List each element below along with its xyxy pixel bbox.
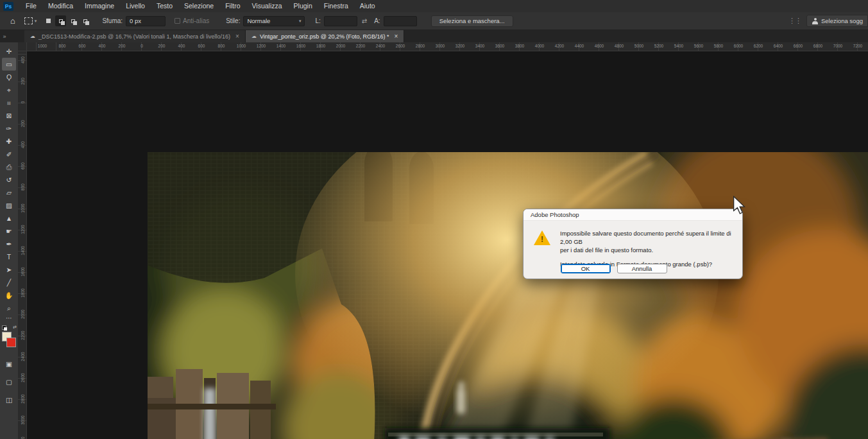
menu-file[interactable]: File [20,0,42,12]
photoshop-logo: Ps [3,2,13,11]
tab-close-icon[interactable]: × [235,33,239,40]
ruler-label: 3000 [21,411,25,430]
feather-input[interactable] [126,16,166,26]
toolbar-collapse-icon[interactable]: » [0,30,9,42]
height-label: A: [374,17,380,24]
tool-quick-mask[interactable]: ▣ [2,357,16,370]
swap-colors-icon[interactable]: ⇄ [13,325,17,330]
tool-line[interactable]: ╱ [2,276,16,289]
ruler-label: 800 [21,178,25,197]
tool-eyedropper[interactable]: ✑ [2,122,16,135]
tool-brush[interactable]: ✐ [2,148,16,160]
tool-smudge[interactable]: ☛ [2,225,16,237]
tool-clone-stamp[interactable]: ⎙ [2,160,16,173]
tool-zoom[interactable]: ⌕ [2,302,16,314]
tool-gradient[interactable]: ▨ [2,199,16,212]
style-select[interactable]: Normale ▾ [243,16,305,26]
ruler-label: 2400 [21,347,25,366]
cancel-button[interactable]: Annulla [617,264,667,273]
ruler-vertical: 4002000200400600800100012001400160018002… [18,51,27,439]
ruler-label: 2000 [21,305,25,324]
menu-finestra[interactable]: Finestra [318,0,354,12]
dialog-message-line2: per i dati del file in questo formato. [560,246,743,254]
ruler-label: 4600 [595,44,604,48]
tool-type[interactable]: T [2,250,16,263]
mouse-cursor [731,196,747,215]
marquee-tool-icon[interactable] [24,17,33,24]
ruler-label: 6400 [774,44,783,48]
menu-visualizza[interactable]: Visualizza [246,0,288,12]
ruler-label: 2800 [21,390,25,409]
chevron-down-icon[interactable]: ▾ [35,19,37,24]
menu-testo[interactable]: Testo [151,0,178,12]
subtract-from-selection-button[interactable] [67,15,78,26]
add-to-selection-button[interactable] [55,15,66,26]
background-color-swatch[interactable] [6,338,16,347]
select-and-mask-button[interactable]: Seleziona e maschera... [431,15,513,27]
ruler-label: 1000 [237,44,246,48]
ruler-label: 1400 [21,241,25,261]
ruler-label: 600 [198,44,205,48]
tool-screen-mode[interactable]: ▢ [2,375,16,388]
antialias-checkbox[interactable] [174,18,180,24]
home-icon[interactable]: ⌂ [10,16,15,26]
tool-eraser[interactable]: ▱ [2,186,16,199]
tool-history-brush[interactable]: ↺ [2,173,16,186]
document-tab[interactable]: ☁Vintgar_ponte_oriz.psb @ 20,2% (Foto, R… [246,30,404,42]
ruler-label: 400 [178,44,185,48]
feather-label: Sfuma: [102,17,123,24]
ruler-label: 5800 [714,44,723,48]
ruler-label: 400 [21,135,25,155]
menu-filtro[interactable]: Filtro [219,0,246,12]
tool-hand[interactable]: ✋ [2,289,16,302]
tool-rotate-view[interactable]: ◫ [2,393,16,406]
menu-immagine[interactable]: Immagine [79,0,120,12]
tab-close-icon[interactable]: × [395,33,398,40]
tools-panel: ✛▭Ϙ⌖⌗⊠✑✚✐⎙↺▱▨▲☛✒T➤╱✋⌕ ⋯ ⇄ ▣▢◫ [0,42,18,439]
ruler-label: 600 [21,157,25,176]
ruler-label: 200 [119,44,126,48]
tool-move[interactable]: ✛ [2,45,16,58]
tool-healing-brush[interactable]: ✚ [2,135,16,148]
menu-selezione[interactable]: Selezione [178,0,219,12]
tool-lasso[interactable]: Ϙ [2,71,16,83]
tab-label: Vintgar_ponte_oriz.psb @ 20,2% (Foto, RG… [260,33,389,40]
ok-button[interactable]: OK [561,264,611,273]
select-subject-button[interactable]: Seleziona sogg [806,15,868,27]
new-selection-button[interactable] [43,15,54,26]
ruler-label: 6600 [794,44,803,48]
swap-dimensions-icon[interactable]: ⇄ [362,17,367,24]
document-tab-bar: » ☁_DSC1513-Modifica-2.psb @ 16,7% (Valo… [0,30,868,42]
ruler-label: 1200 [21,220,25,239]
menu-aiuto[interactable]: Aiuto [354,0,381,12]
dialog-title: Adobe Photoshop [531,211,579,218]
tool-rectangular-marquee[interactable]: ▭ [2,58,16,71]
default-colors-icon[interactable] [2,325,8,331]
dialog-titlebar[interactable]: Adobe Photoshop [523,209,742,221]
antialias-label: Anti-alias [183,17,209,24]
tool-crop[interactable]: ⌗ [2,96,16,109]
width-input[interactable] [324,16,357,26]
intersect-selection-button[interactable] [80,15,90,26]
ruler-label: 1000 [38,44,47,48]
options-overflow-icon[interactable]: ⋮⋮ [788,17,801,25]
ruler-label: 2600 [396,44,405,48]
menu-modifica[interactable]: Modifica [42,0,79,12]
height-input[interactable] [384,16,417,26]
tool-object-selection[interactable]: ⌖ [2,83,16,96]
menu-plugin[interactable]: Plugin [288,0,318,12]
menu-livello[interactable]: Livello [120,0,151,12]
ruler-label: 7000 [833,44,842,48]
ruler-label: 7200 [853,44,862,48]
document-tab[interactable]: ☁_DSC1513-Modifica-2.psb @ 16,7% (Valori… [24,30,246,42]
select-subject-label: Seleziona sogg [821,17,863,24]
tool-path-selection[interactable]: ➤ [2,263,16,276]
ruler-label: 2400 [376,44,385,48]
ruler-label: 1000 [21,199,25,218]
ruler-label: 2600 [21,368,25,388]
tool-frame[interactable]: ⊠ [2,109,16,122]
edit-toolbar-icon[interactable]: ⋯ [6,314,12,323]
tool-blur[interactable]: ▲ [2,212,16,225]
ruler-label: 3600 [495,44,504,48]
tool-pen[interactable]: ✒ [2,237,16,250]
